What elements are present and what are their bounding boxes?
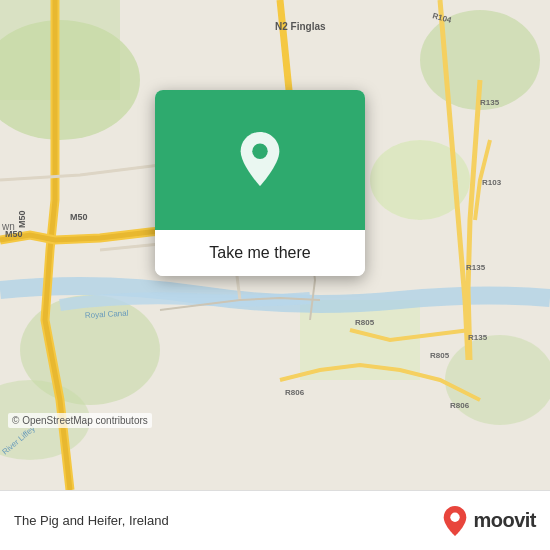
moovit-logo-text: moovit (473, 509, 536, 532)
svg-point-27 (451, 512, 460, 521)
svg-text:R135: R135 (480, 98, 500, 107)
map-container: M50 M50 N2 Finglas R104 R135 R103 R135 R… (0, 0, 550, 490)
svg-text:R103: R103 (482, 178, 502, 187)
copyright-text: © OpenStreetMap contributors (8, 413, 152, 428)
location-pin-icon (234, 130, 286, 190)
svg-text:M50: M50 (17, 210, 27, 228)
svg-point-26 (252, 144, 267, 159)
svg-text:R135: R135 (468, 333, 488, 342)
moovit-pin-icon (441, 505, 469, 537)
footer-bar: The Pig and Heifer, Ireland moovit (0, 490, 550, 550)
svg-text:R135: R135 (466, 263, 486, 272)
take-me-there-button[interactable]: Take me there (155, 230, 365, 276)
svg-text:R806: R806 (285, 388, 305, 397)
place-name: The Pig and Heifer, Ireland (14, 513, 169, 528)
moovit-logo: moovit (441, 505, 536, 537)
svg-rect-4 (0, 0, 120, 100)
svg-text:R805: R805 (430, 351, 450, 360)
popup-card: Take me there (155, 90, 365, 276)
svg-point-8 (445, 335, 550, 425)
svg-text:M50: M50 (70, 212, 88, 222)
svg-text:R806: R806 (450, 401, 470, 410)
svg-text:N2 Finglas: N2 Finglas (275, 21, 326, 32)
svg-text:R805: R805 (355, 318, 375, 327)
popup-green-area (155, 90, 365, 230)
svg-text:wn: wn (1, 221, 15, 232)
